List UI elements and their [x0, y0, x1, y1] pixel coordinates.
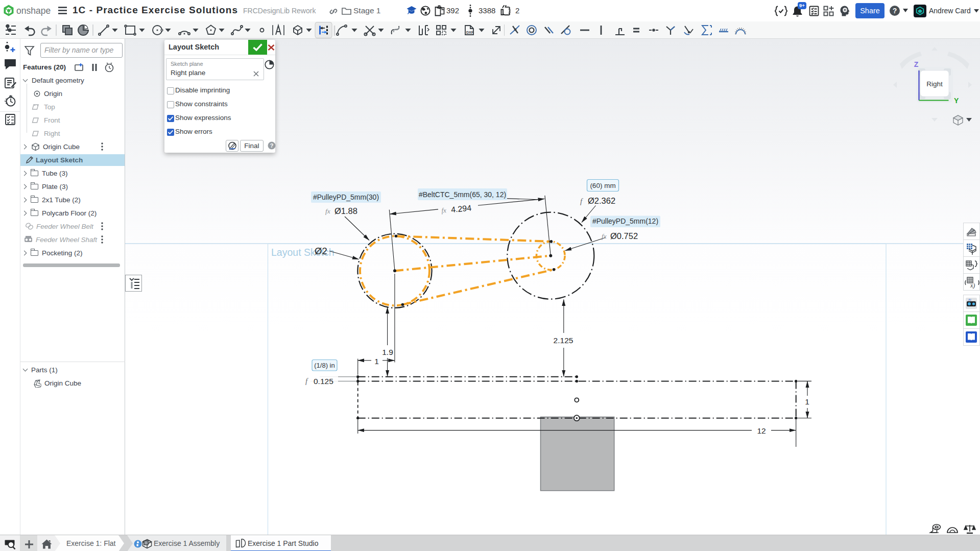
svg-text:2.125: 2.125 — [554, 336, 573, 345]
svg-text:f: f — [580, 197, 583, 205]
svg-text:4.294: 4.294 — [450, 203, 472, 214]
svg-text:#PulleyPD_5mm(12): #PulleyPD_5mm(12) — [592, 217, 658, 225]
svg-text:AI: AI — [968, 298, 971, 301]
svg-text:fx: fx — [441, 206, 446, 214]
svg-text:#PulleyPD_5mm(30): #PulleyPD_5mm(30) — [313, 193, 379, 201]
svg-text:Y: Y — [954, 97, 959, 105]
svg-text:fx: fx — [602, 232, 607, 240]
svg-text:Ø2.362: Ø2.362 — [588, 196, 615, 205]
svg-text:1: 1 — [374, 357, 379, 366]
svg-text:DXF: DXF — [466, 31, 474, 34]
svg-text:Ø0.752: Ø0.752 — [610, 231, 638, 241]
svg-text:x): x) — [970, 282, 975, 289]
svg-text:Right: Right — [926, 80, 943, 88]
svg-text:?: ? — [270, 142, 274, 149]
svg-text:Ø2: Ø2 — [315, 246, 327, 256]
svg-text:0.125: 0.125 — [314, 377, 333, 386]
svg-text:12: 12 — [757, 426, 766, 435]
svg-text:fx: fx — [325, 207, 330, 215]
svg-text:1: 1 — [805, 397, 809, 406]
svg-text:Z: Z — [914, 60, 919, 68]
svg-text:1.9: 1.9 — [382, 348, 393, 356]
svg-text:#BeltCTC_5mm(65, 30, 12): #BeltCTC_5mm(65, 30, 12) — [419, 190, 506, 199]
svg-text:Ø1.88: Ø1.88 — [334, 206, 357, 215]
svg-text:(60) mm: (60) mm — [590, 182, 615, 189]
svg-text:(1/8) in: (1/8) in — [314, 362, 334, 369]
svg-text:?: ? — [893, 7, 897, 15]
